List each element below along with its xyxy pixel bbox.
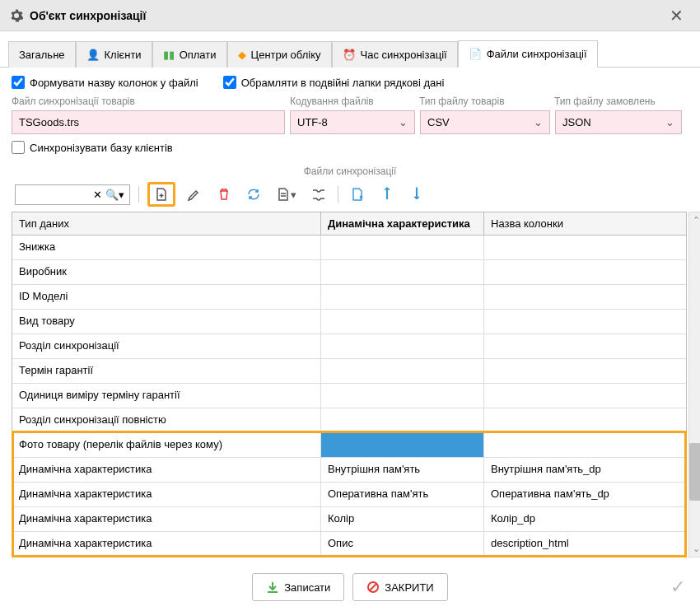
footer: Записати ЗАКРИТИ ✓ <box>0 573 700 601</box>
check-icon[interactable]: ✓ <box>670 576 685 598</box>
search-icon[interactable]: 🔍▾ <box>105 189 124 201</box>
grid-header: Тип даних Динамічна характеристика Назва… <box>12 212 686 236</box>
move-down-button[interactable]: 🠗 <box>406 183 427 207</box>
goods-type-select[interactable]: CSV⌄ <box>420 110 550 134</box>
table-row[interactable]: Фото товару (перелік файлів через кому) <box>12 433 686 458</box>
label-file-sync: Файл синхронізації товарів <box>12 96 290 107</box>
file-plus-icon: 📄 <box>469 48 482 60</box>
table-row[interactable]: Термін гарантії <box>12 359 686 384</box>
clear-icon[interactable]: ✕ <box>93 189 102 201</box>
data-grid[interactable]: Тип даних Динамічна характеристика Назва… <box>12 212 687 557</box>
table-row[interactable]: Виробник <box>12 260 686 285</box>
table-row[interactable]: Динамічна характеристикаКолірКолір_dp <box>12 507 686 532</box>
table-row[interactable]: Розділ синхронізації повністю <box>12 408 686 433</box>
refresh-button[interactable] <box>243 184 264 205</box>
tab-syncfiles[interactable]: 📄Файли синхронізації <box>458 40 598 68</box>
settings-button[interactable] <box>308 184 329 205</box>
toolbar: ✕ 🔍▾ ▾ 🠕 🠗 <box>12 182 688 207</box>
orders-type-select[interactable]: JSON⌄ <box>555 110 682 134</box>
file-sync-input[interactable]: TSGoods.trs <box>12 110 285 134</box>
scroll-up-icon[interactable]: ⌃ <box>693 215 700 226</box>
add-button[interactable] <box>147 182 175 207</box>
chevron-down-icon: ⌄ <box>399 116 408 128</box>
delete-button[interactable] <box>213 184 235 205</box>
table-row[interactable]: Знижка <box>12 236 686 260</box>
titlebar: Об'єкт синхронізації ✕ <box>0 0 700 31</box>
chevron-down-icon: ⌄ <box>665 116 674 128</box>
tab-general[interactable]: Загальне <box>8 41 76 68</box>
checkbox-sync-clients[interactable]: Синхронізувати базу клієнтів <box>12 141 688 154</box>
window-title: Об'єкт синхронізації <box>30 9 663 22</box>
person-icon: 👤 <box>86 49 100 61</box>
gear-icon <box>10 9 23 22</box>
document-button[interactable]: ▾ <box>273 184 300 205</box>
label-orders-type: Тип файлу замовлень <box>554 96 686 107</box>
search-input[interactable]: ✕ 🔍▾ <box>15 184 130 205</box>
layers-icon: ◆ <box>238 49 246 61</box>
section-label: Файли синхронізації <box>12 166 688 177</box>
tab-synctime[interactable]: ⏰Час синхронізації <box>332 41 458 68</box>
label-goods-type: Тип файлу товарів <box>419 96 554 107</box>
clock-icon: ⏰ <box>343 49 356 61</box>
edit-button[interactable] <box>184 184 205 205</box>
save-button[interactable]: Записати <box>252 573 344 601</box>
checkbox-column-names[interactable]: Формувати назву колонок у файлі <box>12 76 198 89</box>
tab-clients[interactable]: 👤Клієнти <box>76 41 152 68</box>
tab-payments[interactable]: ▮▮Оплати <box>152 41 227 68</box>
save-icon <box>266 581 279 594</box>
scroll-thumb[interactable] <box>689 443 700 501</box>
tabs: Загальне 👤Клієнти ▮▮Оплати ◆Центри облік… <box>0 31 700 68</box>
table-row[interactable]: Динамічна характеристикаОперативна пам'я… <box>12 483 686 507</box>
table-row[interactable]: Вид товару <box>12 310 686 334</box>
table-row[interactable]: Одиниця виміру терміну гарантії <box>12 384 686 408</box>
label-encoding: Кодування файлів <box>290 96 419 107</box>
scroll-down-icon[interactable]: ⌄ <box>693 543 700 554</box>
checkbox-double-quotes[interactable]: Обрамляти в подвійні лапки рядкові дані <box>223 76 445 89</box>
table-row[interactable]: ID Моделі <box>12 285 686 310</box>
encoding-select[interactable]: UTF-8⌄ <box>290 110 415 134</box>
move-up-button[interactable]: 🠕 <box>376 183 398 207</box>
export-button[interactable] <box>347 184 368 205</box>
table-row[interactable]: Розділ синхронізації <box>12 334 686 359</box>
close-button[interactable]: ЗАКРИТИ <box>352 573 447 601</box>
scrollbar[interactable]: ⌃ ⌄ <box>688 212 700 557</box>
money-icon: ▮▮ <box>163 49 175 61</box>
table-row[interactable]: Динамічна характеристикаОписdescription_… <box>12 532 686 557</box>
chevron-down-icon: ⌄ <box>534 116 543 128</box>
block-icon <box>366 581 380 594</box>
table-row[interactable]: Динамічна характеристикаВнутрішня пам'ят… <box>12 458 686 483</box>
close-icon[interactable]: ✕ <box>663 2 690 29</box>
tab-centers[interactable]: ◆Центри обліку <box>227 41 332 68</box>
